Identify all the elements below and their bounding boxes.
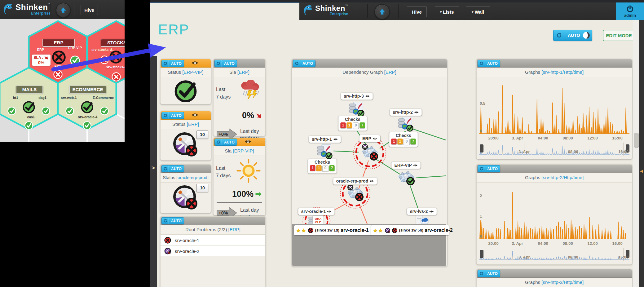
hex-ecommerce-main-ok-icon[interactable] [80,100,94,114]
graph-node-label-srv-lvs-2[interactable]: srv-lvs-2 [407,208,437,215]
nav-lists[interactable]: ▾Lists [435,6,459,17]
eye-icon[interactable] [373,136,377,141]
widget-title-link[interactable]: [ERP] [228,227,240,232]
x-axis-tick: 04:00 [538,241,548,246]
widget-auto-button[interactable]: AUTO [161,112,184,119]
widget-title-link[interactable]: [oracle-erp-prod] [176,175,209,180]
edit-mode-button[interactable]: EDIT MODE [603,30,635,41]
checks-box-srv-http-3[interactable]: Checks1107 [338,116,367,131]
alert-card-srv-oracle-1[interactable]: ★★(since 1w 1d)srv-oracle-1 [294,225,372,235]
hex-stocks-black-x-icon[interactable] [109,50,123,64]
admin-user-button[interactable]: admin [616,2,644,20]
graph-node-label-oracle-erp-prod[interactable]: oracle-erp-prod [333,177,377,185]
chart-navigator[interactable]: 3. Apr08:0016:00 [479,143,629,156]
graph-node-icon-srv-http-2[interactable] [397,115,414,133]
eye-icon[interactable] [333,137,338,142]
checks-box-srv-http-2[interactable]: Checks1107 [389,132,418,147]
refresh-icon [162,218,169,224]
eye-icon[interactable] [365,94,370,99]
widget-title-link[interactable]: [ERP] [187,121,199,127]
graph-node-label-ERP[interactable]: ERP [359,135,380,142]
graph-node-label-srv-http-1[interactable]: srv-http-1 [309,135,341,143]
eye-icon[interactable] [369,179,374,183]
graph-node-label-ERP-VIP[interactable]: ERP-VIP [391,161,421,169]
up-arrow-button[interactable] [56,3,71,18]
collapsed-left-panel[interactable]: > [150,56,157,287]
navigator-handle[interactable] [480,144,483,152]
hex-mails-title[interactable]: MAILS [16,86,43,94]
eye-icon[interactable] [192,113,198,117]
hex-mails-ok-icon[interactable] [7,106,16,116]
widget-title: Root Problems (2/2) [ERP] [161,225,265,235]
vertical-scrollbar[interactable] [633,20,639,287]
widget-auto-button[interactable]: AUTO [478,270,500,277]
hex-erp-critical-icon[interactable] [51,50,66,65]
hex-stocks-critical-icon[interactable] [100,55,109,64]
hex-ecommerce-bottom-ok-icon[interactable] [82,121,92,130]
checks-box-srv-http-1[interactable]: Checks1107 [308,159,337,174]
y-axis-tick: 1 [480,214,482,219]
hex-stocks-title[interactable]: STOCKS [101,39,125,47]
eye-icon[interactable] [245,139,251,144]
widget-auto-button[interactable]: AUTO [161,165,184,172]
widget-title-link[interactable]: [ERP-VIP] [182,69,203,75]
shinken-logo[interactable]: Shinken™ Enterprise [302,4,348,16]
unread-count-badge[interactable]: 10 [196,184,208,192]
bg-nav-hive[interactable]: Hive [81,5,98,15]
graph-node-icon-oracle-erp-prod[interactable] [346,184,364,203]
eye-icon[interactable] [327,209,332,214]
hex-erp-bottom-critical-icon[interactable] [53,69,63,79]
graph-node-icon-srv-http-1[interactable] [316,143,333,161]
widget-auto-button[interactable]: AUTO [214,60,237,67]
widget-auto-button[interactable]: AUTO [293,60,315,67]
root-problem-row[interactable]: srv-oracle-2 [161,245,265,256]
x-axis-tick: 08:00 [563,241,573,246]
hex-ecommerce-label-right: E-Commerce [91,96,116,99]
scrollbar-thumb[interactable] [634,133,639,148]
timeseries-chart[interactable] [479,78,629,135]
graph-node-label-srv-oracle-1[interactable]: srv-oracle-1 [298,208,335,215]
auto-refresh-toggle[interactable]: AUTO [553,30,592,41]
eye-icon[interactable] [429,209,434,214]
hex-ecommerce-ok-icon[interactable] [100,106,109,116]
nav-hive[interactable]: Hive [407,6,427,17]
eye-icon[interactable] [414,110,419,115]
graph-node-label-srv-http-3[interactable]: srv-http-3 [341,92,373,100]
timeseries-chart[interactable] [479,183,629,241]
nav-wall[interactable]: ▾Wall [466,6,490,17]
hex-mails-ok-icon[interactable] [41,106,51,116]
hex-mails-main-ok-icon[interactable] [22,100,36,114]
hex-erp-ok-icon[interactable] [70,55,80,66]
day-night-toggle-icon[interactable] [583,32,590,39]
shinken-logo[interactable]: Shinken™ Enterprise [2,2,51,15]
refresh-icon[interactable] [554,30,565,41]
graph-node-icon-ERP[interactable] [361,143,379,162]
widget-title-link[interactable]: [srv-http-2/Http/time] [541,175,584,180]
expand-left-icon: ◀ [640,169,643,173]
collapsed-right-panel[interactable]: ◀ [639,20,644,287]
hex-mails-bottom-ok-icon[interactable] [24,121,33,130]
hex-ecommerce-title[interactable]: ECOMMERCE [69,86,106,94]
widget-title-link[interactable]: [srv-http-3/Http/time] [541,280,584,285]
widget-title-link[interactable]: [ERP] [384,69,396,75]
widget-title-link[interactable]: [ERP] [237,69,249,75]
root-problem-row[interactable]: srv-oracle-1 [161,235,265,245]
eye-icon[interactable] [192,61,198,65]
up-arrow-button[interactable] [374,4,390,20]
navigator-handle[interactable] [480,250,483,258]
unread-count-badge[interactable]: 10 [196,130,208,139]
widget-auto-button[interactable]: AUTO [161,217,184,224]
chart-navigator[interactable]: 3. Apr08:0016:00 [479,248,629,261]
widget-auto-button[interactable]: AUTO [214,139,237,146]
eye-icon[interactable] [413,163,418,168]
widget-auto-button[interactable]: AUTO [161,60,184,67]
widget-auto-button[interactable]: AUTO [478,60,500,67]
graph-node-label-srv-http-2[interactable]: srv-http-2 [390,108,422,116]
graph-node-icon-ERP-VIP[interactable] [397,168,415,187]
hex-stocks-bottom-critical-icon[interactable] [111,72,121,82]
hex-ecommerce-ok-icon[interactable] [65,106,74,116]
widget-title-link[interactable]: [srv-http-1/Http/time] [541,69,584,75]
alert-card-srv-oracle-2[interactable]: ★★(since 1w 5h)srv-oracle-2 [371,225,449,235]
widget-title-link[interactable]: [ERP-VIP] [233,148,254,153]
widget-auto-button[interactable]: AUTO [478,165,500,172]
